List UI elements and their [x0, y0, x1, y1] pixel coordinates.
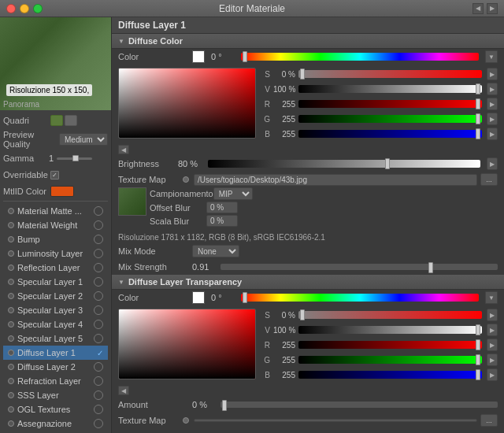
- quadri-btn-2[interactable]: [65, 115, 77, 126]
- color-swatch-display[interactable]: [192, 50, 205, 63]
- color-picker2-container: S 0 % ▶ V 100 % ▶ R 255: [112, 305, 504, 384]
- color2-swatch-display[interactable]: [192, 291, 205, 304]
- amount-thumb: [222, 400, 227, 411]
- s-btn[interactable]: ▶: [487, 68, 498, 80]
- item-icon-5: [94, 277, 103, 287]
- b2-btn[interactable]: ▶: [487, 368, 498, 381]
- b-btn[interactable]: ▶: [487, 128, 498, 140]
- r-slider[interactable]: [298, 100, 482, 108]
- sidebar-item-luminosity[interactable]: Luminosity Layer: [3, 246, 108, 261]
- gamma-value: 1: [49, 154, 54, 163]
- diffuse-layer-title: Diffuse Layer 1: [112, 17, 504, 34]
- quadri-btn-1[interactable]: [50, 115, 63, 126]
- degree-value: 0 °: [211, 52, 235, 61]
- sidebar-item-specular1[interactable]: Specular Layer 1: [3, 275, 108, 289]
- r2-label: R: [259, 341, 270, 350]
- v-slider[interactable]: [298, 85, 482, 93]
- color2-options-btn[interactable]: ▼: [485, 291, 498, 304]
- r2-thumb: [476, 339, 480, 350]
- sidebar-item-bump[interactable]: Bump: [3, 232, 108, 246]
- preview-quality-select[interactable]: Medium Low High: [59, 133, 108, 146]
- window-controls[interactable]: [6, 4, 43, 13]
- texture-options-btn[interactable]: ...: [480, 173, 498, 186]
- brightness-slider[interactable]: [208, 160, 480, 168]
- b2-thumb: [476, 369, 480, 380]
- s2-btn[interactable]: ▶: [487, 309, 498, 321]
- hue2-slider[interactable]: [241, 294, 479, 302]
- b-slider[interactable]: [298, 130, 482, 138]
- g2-slider-row: G 255 ▶: [259, 353, 498, 366]
- campionamento-select[interactable]: MIPNone: [213, 187, 253, 200]
- sidebar-item-diffuse2[interactable]: Diffuse Layer 2: [3, 360, 108, 374]
- sidebar-item-reflection[interactable]: Reflection Layer: [3, 261, 108, 275]
- maximize-button[interactable]: [33, 4, 43, 13]
- r-label: R: [259, 100, 270, 109]
- color-options-btn[interactable]: ▼: [485, 50, 498, 63]
- g-btn[interactable]: ▶: [487, 113, 498, 125]
- s-thumb: [300, 68, 305, 80]
- g2-value: 255: [273, 356, 295, 365]
- mix-strength-slider[interactable]: [220, 264, 498, 270]
- texture-path-display: /Users/togiaco/Desktop/43b.jpg: [194, 174, 477, 186]
- sidebar-item-diffuse1[interactable]: Diffuse Layer 1 ✓: [3, 346, 108, 360]
- diffuse-transparency-section-header[interactable]: Diffuse Layer Transparency: [112, 275, 504, 290]
- v2-slider[interactable]: [298, 326, 482, 334]
- color2-gradient-picker[interactable]: [118, 309, 256, 379]
- mix-mode2-row: Mix Mode None: [112, 428, 504, 433]
- g2-btn[interactable]: ▶: [487, 353, 498, 366]
- mix-mode-select[interactable]: None: [192, 245, 239, 257]
- sidebar-item-assegnazione[interactable]: Assegnazione: [3, 416, 108, 431]
- nav2-left-btn[interactable]: ◀: [118, 386, 129, 395]
- mtlid-color-swatch[interactable]: [50, 186, 74, 197]
- v-value: 100 %: [273, 85, 295, 94]
- gamma-slider[interactable]: [57, 157, 92, 160]
- sidebar-item-material-weight[interactable]: Material Weight: [3, 218, 108, 232]
- s2-slider[interactable]: [298, 311, 482, 319]
- v-btn[interactable]: ▶: [487, 83, 498, 95]
- sidebar-item-specular4[interactable]: Specular Layer 4: [3, 317, 108, 331]
- nav-left-btn[interactable]: ◀: [118, 145, 129, 154]
- dot-icon: [8, 222, 14, 228]
- color-gradient-picker[interactable]: [118, 68, 256, 139]
- item-icon-14: [94, 405, 103, 414]
- dot-icon: [8, 293, 14, 299]
- sidebar-item-ogl[interactable]: OGL Textures: [3, 402, 108, 416]
- scala-blur-value: 0 %: [206, 215, 238, 227]
- s-slider-row: S 0 % ▶: [259, 68, 498, 80]
- scala-blur-row: Scala Blur 0 %: [150, 215, 498, 227]
- texture2-options-btn[interactable]: ...: [480, 414, 498, 427]
- sidebar-item-sss[interactable]: SSS Layer: [3, 388, 108, 402]
- r2-btn[interactable]: ▶: [487, 339, 498, 351]
- v2-value: 100 %: [273, 326, 295, 335]
- check-icon: ✓: [97, 349, 103, 357]
- offset-blur-label: Offset Blur: [150, 203, 206, 213]
- minimize-button[interactable]: [20, 4, 29, 13]
- v2-btn[interactable]: ▶: [487, 324, 498, 336]
- close-button[interactable]: [6, 4, 16, 13]
- color2-sliders: S 0 % ▶ V 100 % ▶ R 255: [259, 309, 498, 381]
- nav-forward-button[interactable]: ▶: [487, 3, 498, 14]
- dot-icon: [8, 392, 14, 398]
- diffuse-color-section-header[interactable]: Diffuse Color: [112, 34, 504, 49]
- g-slider[interactable]: [298, 115, 482, 123]
- r-btn[interactable]: ▶: [487, 98, 498, 110]
- color-sliders: S 0 % ▶ V 100 % ▶ R 255: [259, 68, 498, 140]
- nav-back-button[interactable]: ◀: [472, 3, 484, 14]
- s-slider[interactable]: [298, 70, 482, 78]
- b2-slider[interactable]: [298, 371, 482, 379]
- r2-slider[interactable]: [298, 341, 482, 349]
- bright-btn[interactable]: ▶: [487, 157, 498, 170]
- overridable-checkbox[interactable]: [50, 171, 59, 179]
- g-label: G: [259, 115, 270, 124]
- sidebar-item-specular5[interactable]: Specular Layer 5: [3, 331, 108, 346]
- sidebar-item-refraction[interactable]: Refraction Layer: [3, 374, 108, 388]
- g2-slider[interactable]: [298, 356, 482, 364]
- sidebar-item-material-matte[interactable]: Material Matte ...: [3, 204, 108, 218]
- hue-slider[interactable]: [241, 53, 479, 61]
- sidebar-item-specular2[interactable]: Specular Layer 2: [3, 289, 108, 303]
- r2-value: 255: [273, 341, 295, 350]
- texture-map2-row: Texture Map ...: [112, 413, 504, 428]
- sidebar-item-specular3[interactable]: Specular Layer 3: [3, 303, 108, 317]
- b2-label: B: [259, 371, 270, 379]
- amount-slider[interactable]: [220, 402, 498, 408]
